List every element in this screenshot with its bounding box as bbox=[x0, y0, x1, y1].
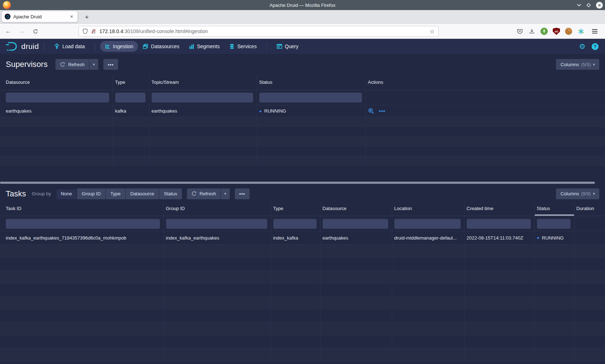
firefox-logo-icon bbox=[3, 1, 11, 9]
window-minimize-button[interactable] bbox=[577, 4, 581, 6]
extension-green-icon[interactable] bbox=[539, 24, 550, 39]
supervisors-refresh-button[interactable]: Refresh bbox=[55, 59, 89, 70]
filter-type-input[interactable] bbox=[115, 92, 145, 103]
nav-query[interactable]: Query bbox=[272, 41, 303, 52]
druid-brand[interactable]: druid bbox=[5, 41, 39, 52]
col-header-created-time[interactable]: Created time bbox=[464, 201, 534, 216]
window-title: Apache Druid — Mozilla Firefox bbox=[270, 3, 336, 8]
window-close-button[interactable]: × bbox=[596, 2, 603, 9]
col-header-datasource[interactable]: Datasource bbox=[320, 201, 392, 216]
supervisors-refresh-caret-button[interactable]: ▾ bbox=[89, 59, 99, 70]
col-header-task-id[interactable]: Task ID bbox=[0, 201, 163, 216]
supervisor-datasource: earthquakes bbox=[0, 105, 113, 117]
tracking-protection-shield-icon[interactable] bbox=[82, 28, 88, 34]
tasks-header-row: Task ID Group ID Type Datasource Locatio… bbox=[0, 201, 605, 216]
supervisors-columns-button[interactable]: Columns (5/5) ▾ bbox=[556, 59, 599, 70]
nav-load-data[interactable]: Load data bbox=[49, 41, 89, 52]
supervisors-empty-space bbox=[0, 166, 605, 182]
group-by-status-button[interactable]: Status bbox=[159, 188, 182, 199]
filter-status-input[interactable] bbox=[537, 219, 570, 229]
refresh-icon bbox=[60, 62, 65, 67]
filter-status-input[interactable] bbox=[259, 92, 362, 103]
new-tab-button[interactable]: + bbox=[81, 12, 92, 23]
tasks-columns-button[interactable]: Columns (9/9) ▾ bbox=[556, 188, 599, 199]
extension-ublock-icon[interactable]: uO bbox=[551, 24, 562, 39]
group-by-datasource-button[interactable]: Datasource bbox=[126, 188, 159, 199]
nav-segments[interactable]: Segments bbox=[184, 41, 224, 52]
supervisor-status: RUNNING bbox=[264, 108, 286, 114]
pocket-icon[interactable] bbox=[514, 24, 525, 39]
empty-row bbox=[0, 348, 605, 361]
services-icon bbox=[229, 44, 235, 49]
task-datasource: earthquakes bbox=[320, 231, 392, 245]
filter-created-time-input[interactable] bbox=[467, 219, 531, 229]
task-row[interactable]: index_kafka_earthquakes_7184357396d6c0a_… bbox=[0, 231, 605, 245]
supervisor-row[interactable]: earthquakes kafka earthquakes ●RUNNING •… bbox=[0, 105, 605, 117]
tasks-table: Task ID Group ID Type Datasource Locatio… bbox=[0, 201, 605, 361]
downloads-icon[interactable] bbox=[526, 24, 537, 39]
help-icon[interactable]: ? bbox=[592, 43, 599, 50]
window-titlebar: Apache Druid — Mozilla Firefox × bbox=[0, 0, 605, 10]
status-dot-icon: ● bbox=[259, 109, 262, 114]
nav-datasources[interactable]: Datasources bbox=[138, 41, 184, 52]
tasks-refresh-caret-button[interactable]: ▾ bbox=[221, 188, 230, 199]
horizontal-scrollbar[interactable] bbox=[0, 182, 595, 184]
col-header-status[interactable]: Status bbox=[534, 201, 574, 216]
filter-group-id-input[interactable] bbox=[166, 219, 267, 229]
task-id: index_kafka_earthquakes_7184357396d6c0a_… bbox=[0, 231, 163, 245]
nav-services[interactable]: Services bbox=[224, 41, 261, 52]
supervisors-more-button[interactable]: ••• bbox=[103, 59, 118, 70]
col-header-status[interactable]: Status bbox=[257, 75, 366, 90]
tasks-refresh-button[interactable]: Refresh bbox=[187, 188, 220, 199]
filter-location-input[interactable] bbox=[394, 219, 461, 229]
insecure-lock-icon[interactable] bbox=[91, 28, 97, 34]
browser-tab[interactable]: Apache Druid × bbox=[1, 11, 78, 22]
supervisor-topic: earthquakes bbox=[149, 105, 257, 117]
tab-close-icon[interactable]: × bbox=[69, 14, 75, 19]
filter-datasource-input[interactable] bbox=[6, 92, 109, 103]
extension-cookie-icon[interactable] bbox=[563, 24, 574, 39]
browser-tab-bar: Apache Druid × + bbox=[0, 10, 605, 24]
group-by-none-button[interactable]: None bbox=[56, 188, 77, 199]
filter-topic-input[interactable] bbox=[152, 92, 253, 103]
filter-datasource-input[interactable] bbox=[323, 219, 388, 229]
filter-task-id-input[interactable] bbox=[6, 219, 160, 229]
supervisor-type: kafka bbox=[113, 105, 149, 117]
col-header-location[interactable]: Location bbox=[392, 201, 464, 216]
group-by-group-id-button[interactable]: Group ID bbox=[77, 188, 106, 199]
url-text[interactable]: 172.18.0.4:30109/unified-console.html#in… bbox=[99, 28, 430, 34]
tasks-filter-row bbox=[0, 216, 605, 231]
col-header-duration[interactable]: Duration bbox=[574, 201, 605, 216]
settings-gear-icon[interactable]: ⚙ bbox=[576, 42, 589, 51]
window-maximize-button[interactable] bbox=[586, 3, 591, 8]
detail-magnifier-icon[interactable] bbox=[368, 108, 374, 114]
group-by-label: Group by bbox=[32, 191, 51, 196]
task-location: druid-middlemanager-defaul... bbox=[392, 231, 464, 245]
col-header-actions[interactable]: Actions bbox=[366, 75, 605, 90]
row-more-actions-icon[interactable]: ••• bbox=[379, 108, 386, 114]
navbar-divider bbox=[95, 42, 95, 50]
caret-down-icon: ▾ bbox=[593, 62, 595, 67]
query-icon bbox=[277, 44, 282, 49]
group-by-type-button[interactable]: Type bbox=[106, 188, 125, 199]
back-button[interactable]: ← bbox=[3, 24, 14, 39]
col-header-datasource[interactable]: Datasource bbox=[0, 75, 113, 90]
col-header-type[interactable]: Type bbox=[113, 75, 149, 90]
supervisors-title: Supervisors bbox=[6, 60, 48, 69]
menu-hamburger-icon[interactable] bbox=[589, 24, 600, 39]
col-header-type[interactable]: Type bbox=[271, 201, 320, 216]
col-header-topic-stream[interactable]: Topic/Stream bbox=[149, 75, 257, 90]
druid-logo-icon bbox=[5, 41, 19, 52]
extension-asterisk-icon[interactable] bbox=[575, 24, 586, 39]
col-header-group-id[interactable]: Group ID bbox=[163, 201, 271, 216]
tasks-more-button[interactable]: ••• bbox=[235, 188, 250, 199]
empty-row bbox=[0, 270, 605, 283]
load-data-icon bbox=[54, 44, 60, 49]
nav-ingestion[interactable]: Ingestion bbox=[100, 41, 138, 52]
filter-type-input[interactable] bbox=[273, 219, 317, 229]
url-bar[interactable]: 172.18.0.4:30109/unified-console.html#in… bbox=[79, 26, 439, 37]
reload-button[interactable] bbox=[30, 24, 41, 39]
supervisors-header-row: Datasource Type Topic/Stream Status Acti… bbox=[0, 75, 605, 90]
task-type: index_kafka bbox=[271, 231, 320, 245]
bookmark-star-icon[interactable]: ☆ bbox=[430, 28, 435, 35]
